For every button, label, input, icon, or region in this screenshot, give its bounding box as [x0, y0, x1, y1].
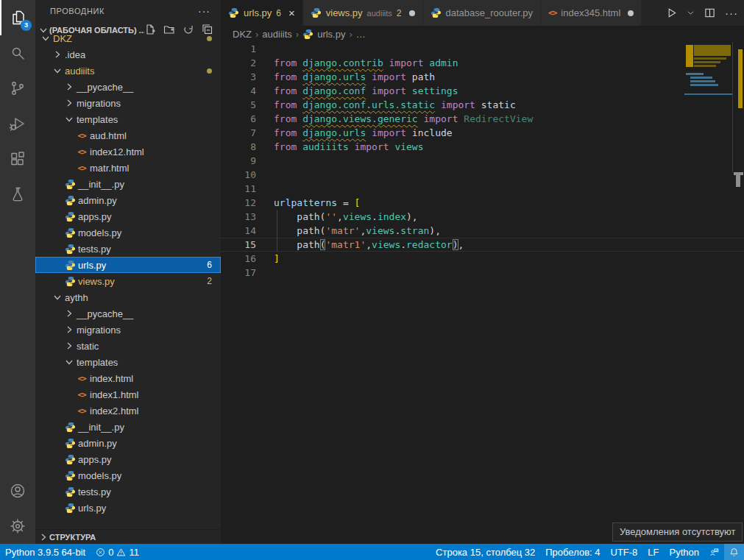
tree-item-templates[interactable]: templates: [35, 111, 221, 127]
code-editor[interactable]: 12from django.contrib import admin3from …: [221, 42, 744, 544]
line-number[interactable]: 1: [221, 42, 256, 56]
tree-item-models-py[interactable]: models.py: [35, 467, 221, 483]
code-line-5[interactable]: 5from django.conf.urls.static import sta…: [221, 98, 744, 112]
line-number[interactable]: 15: [221, 238, 256, 252]
tree-item--init-py[interactable]: __init__.py: [35, 176, 221, 192]
feedback-icon[interactable]: [704, 544, 724, 560]
tree-item-admin-py[interactable]: admin.py: [35, 435, 221, 451]
split-editor-icon[interactable]: [704, 7, 715, 18]
tree-item-urls-py[interactable]: urls.py: [35, 500, 221, 514]
breadcrumb-item[interactable]: audiiits: [262, 29, 291, 40]
tab-database-roouter-py[interactable]: database_roouter.py: [423, 0, 541, 26]
code-line-2[interactable]: 2from django.contrib import admin: [221, 56, 744, 70]
tree-item-index2-html[interactable]: <>index2.html: [35, 403, 221, 419]
breadcrumb-item[interactable]: DKZ: [233, 29, 252, 40]
tree-item--idea[interactable]: .idea: [35, 46, 221, 63]
code-line-3[interactable]: 3from django.urls import path: [221, 70, 744, 84]
line-number[interactable]: 12: [221, 196, 256, 210]
line-number[interactable]: 4: [221, 84, 256, 98]
explorer-icon[interactable]: 3: [0, 0, 35, 35]
line-number[interactable]: 6: [221, 112, 256, 126]
tree-item-tests-py[interactable]: tests.py: [35, 483, 221, 500]
code-line-13[interactable]: 13 path('',views.index),: [221, 210, 744, 224]
code-line-6[interactable]: 6from django.views.generic import Redire…: [221, 112, 744, 126]
tree-item-static[interactable]: static: [35, 338, 221, 354]
extensions-icon[interactable]: [0, 141, 35, 177]
cursor-position-status[interactable]: Строка 15, столбец 32: [431, 544, 540, 560]
notifications-bell-icon[interactable]: [724, 544, 744, 560]
language-mode-status[interactable]: Python: [665, 544, 704, 560]
tree-item-aythh[interactable]: aythh: [35, 289, 221, 305]
tree-item--pycache-[interactable]: __pycache__: [35, 305, 221, 322]
indentation-status[interactable]: Пробелов: 4: [540, 544, 605, 560]
minimap[interactable]: [684, 42, 733, 130]
run-dropdown-icon[interactable]: [687, 9, 695, 17]
line-number[interactable]: 11: [221, 182, 256, 196]
more-actions-icon[interactable]: ···: [725, 7, 738, 19]
code-line-16[interactable]: 16]: [221, 252, 744, 266]
tree-item-DKZ[interactable]: DKZ: [35, 30, 221, 46]
tree-item-views-py[interactable]: views.py2: [35, 273, 221, 289]
line-number[interactable]: 3: [221, 70, 256, 84]
settings-icon[interactable]: [0, 508, 35, 544]
breadcrumb-item[interactable]: urls.py: [317, 29, 345, 40]
code-line-17[interactable]: 17: [221, 266, 744, 280]
code-line-11[interactable]: 11: [221, 182, 744, 196]
tree-item-admin-py[interactable]: admin.py: [35, 192, 221, 208]
tree-item-urls-py[interactable]: urls.py6: [35, 257, 221, 273]
code-line-8[interactable]: 8from audiiits import views: [221, 140, 744, 154]
code-line-9[interactable]: 9: [221, 154, 744, 168]
encoding-status[interactable]: UTF-8: [606, 544, 643, 560]
line-number[interactable]: 7: [221, 126, 256, 140]
scrollbar[interactable]: [732, 42, 733, 173]
line-number[interactable]: 14: [221, 224, 256, 238]
close-icon[interactable]: ×: [288, 7, 295, 18]
line-number[interactable]: 10: [221, 168, 256, 182]
eol-status[interactable]: LF: [642, 544, 664, 560]
code-line-15[interactable]: 15 path('matr1',views.redactor),: [221, 238, 744, 252]
account-icon[interactable]: [0, 473, 35, 508]
tree-item-apps-py[interactable]: apps.py: [35, 208, 221, 224]
line-number[interactable]: 5: [221, 98, 256, 112]
tree-item--init-py[interactable]: __init__.py: [35, 419, 221, 435]
dirty-indicator-icon[interactable]: [628, 10, 634, 16]
search-icon[interactable]: [0, 35, 35, 71]
tab-urls-py[interactable]: urls.py6×: [221, 0, 302, 26]
line-number[interactable]: 13: [221, 210, 256, 224]
tree-item-index1-html[interactable]: <>index1.html: [35, 386, 221, 403]
line-number[interactable]: 8: [221, 140, 256, 154]
code-line-7[interactable]: 7from django.urls import include: [221, 126, 744, 140]
explorer-more-actions-icon[interactable]: ···: [198, 5, 210, 17]
line-number[interactable]: 2: [221, 56, 256, 70]
tree-item-apps-py[interactable]: apps.py: [35, 451, 221, 467]
tree-item-index-html[interactable]: <>index.html: [35, 370, 221, 386]
tree-item-templates[interactable]: templates: [35, 354, 221, 370]
code-line-1[interactable]: 1: [221, 42, 744, 56]
tree-item-migrations[interactable]: migrations: [35, 95, 221, 111]
testing-icon[interactable]: [0, 177, 35, 212]
breadcrumb-item[interactable]: …: [356, 29, 366, 40]
run-icon[interactable]: [666, 7, 677, 18]
dirty-indicator-icon[interactable]: [409, 10, 415, 16]
code-line-4[interactable]: 4from django.conf import settings: [221, 84, 744, 98]
problems-status[interactable]: 011: [91, 544, 144, 560]
line-number[interactable]: 9: [221, 154, 256, 168]
tab-index345-html[interactable]: <>index345.html: [541, 0, 641, 26]
code-line-14[interactable]: 14 path('matr',views.stran),: [221, 224, 744, 238]
line-number[interactable]: 16: [221, 252, 256, 266]
tree-item-matr-html[interactable]: <>matr.html: [35, 160, 221, 176]
tab-views-py[interactable]: views.pyaudiiits2: [303, 0, 422, 26]
outline-section-header[interactable]: СТРУКТУРА: [35, 529, 221, 544]
tree-item-models-py[interactable]: models.py: [35, 224, 221, 241]
code-line-12[interactable]: 12urlpatterns = [: [221, 196, 744, 210]
tree-item-tests-py[interactable]: tests.py: [35, 241, 221, 257]
run-debug-icon[interactable]: [0, 106, 35, 141]
tree-item-migrations[interactable]: migrations: [35, 322, 221, 338]
source-control-icon[interactable]: [0, 71, 35, 106]
tree-item-index12-html[interactable]: <>index12.html: [35, 143, 221, 160]
tree-item-aud-html[interactable]: <>aud.html: [35, 127, 221, 143]
python-interpreter-status[interactable]: Python 3.9.5 64-bit: [0, 544, 91, 560]
code-line-10[interactable]: 10: [221, 168, 744, 182]
line-number[interactable]: 17: [221, 266, 256, 280]
tree-item-audiiits[interactable]: audiiits: [35, 63, 221, 79]
